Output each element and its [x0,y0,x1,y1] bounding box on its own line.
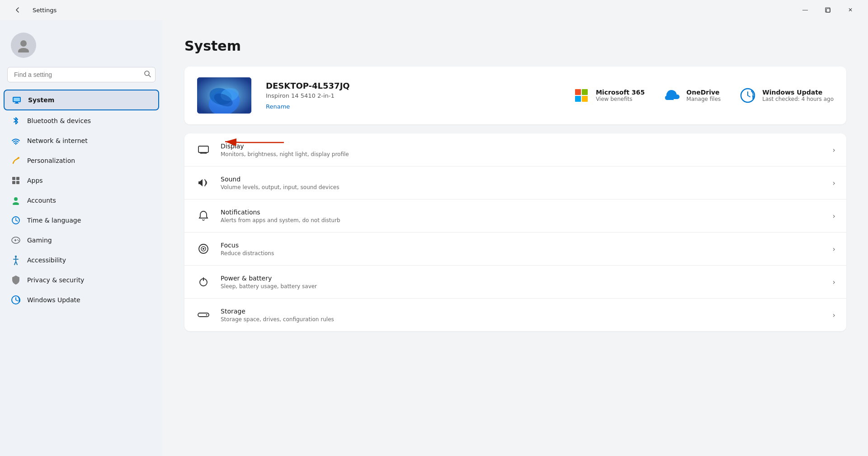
search-icon [144,70,151,79]
sidebar-label-personalization: Personalization [27,157,75,164]
power-chevron: › [833,278,835,286]
maximize-button[interactable] [817,3,838,17]
setting-row-sound[interactable]: Sound Volume levels, output, input, soun… [184,166,846,200]
notifications-chevron: › [833,212,835,220]
sidebar-label-system: System [28,96,54,104]
sidebar-label-time: Time & language [27,217,81,224]
setting-row-power[interactable]: Power & battery Sleep, battery usage, ba… [184,266,846,299]
display-desc: Monitors, brightness, night light, displ… [221,151,824,157]
settings-list: Display Monitors, brightness, night ligh… [184,133,846,331]
svg-line-5 [149,75,151,77]
sidebar-item-personalization[interactable]: Personalization [4,151,159,170]
action-microsoft365-sub: View benefits [596,96,645,102]
power-title: Power & battery [221,275,824,282]
sidebar-label-apps: Apps [27,177,43,184]
setting-row-display[interactable]: Display Monitors, brightness, night ligh… [184,133,846,166]
onedrive-icon [663,86,681,104]
svg-point-10 [15,144,16,145]
sidebar-item-time[interactable]: Time & language [4,211,159,230]
action-onedrive-sub: Manage files [686,96,721,102]
device-name: DESKTOP-4L537JQ [266,81,558,90]
personalization-icon [11,156,21,166]
search-box [7,67,156,82]
svg-line-30 [16,261,17,265]
storage-icon [195,307,212,323]
notifications-text: Notifications Alerts from apps and syste… [221,209,824,223]
sidebar-label-gaming: Gaming [27,237,52,244]
gaming-icon [11,235,21,245]
svg-point-17 [13,202,19,205]
svg-rect-8 [15,102,18,103]
bluetooth-icon [11,116,21,126]
privacy-icon [11,275,21,285]
svg-point-16 [14,197,18,201]
action-windows-update[interactable]: Windows Update Last checked: 4 hours ago [739,86,834,104]
svg-line-20 [16,220,18,221]
sound-desc: Volume levels, output, input, sound devi… [221,184,824,190]
storage-text: Storage Storage space, drives, configura… [221,308,824,323]
display-icon [195,142,212,158]
app-body: System Bluetooth & devices [0,20,868,456]
sidebar-item-apps[interactable]: Apps [4,171,159,190]
svg-rect-1 [826,9,830,12]
notifications-icon [195,208,212,224]
sound-text: Sound Volume levels, output, input, soun… [221,176,824,190]
sound-icon [195,175,212,191]
setting-row-focus[interactable]: Focus Reduce distractions › [184,233,846,266]
sidebar-item-accounts[interactable]: Accounts [4,191,159,210]
app-title: Settings [33,7,57,14]
storage-chevron: › [833,311,835,319]
setting-row-notifications[interactable]: Notifications Alerts from apps and syste… [184,200,846,233]
sidebar-item-privacy[interactable]: Privacy & security [4,271,159,290]
titlebar-left: Settings [7,3,57,17]
sidebar-item-network[interactable]: Network & internet [4,131,159,150]
sidebar-label-bluetooth: Bluetooth & devices [27,117,91,124]
sidebar-item-bluetooth[interactable]: Bluetooth & devices [4,111,159,130]
avatar [11,33,36,58]
svg-rect-13 [16,177,19,180]
action-microsoft365-text: Microsoft 365 View benefits [596,89,645,102]
close-button[interactable]: ✕ [840,3,861,17]
sidebar-label-network: Network & internet [27,137,88,144]
sidebar-label-accessibility: Accessibility [27,256,66,264]
avatar-section [4,27,159,67]
focus-desc: Reduce distractions [221,250,824,256]
microsoft365-icon [572,86,590,104]
main-content: System [163,20,868,456]
display-chevron: › [833,146,835,154]
storage-title: Storage [221,308,824,315]
sidebar-item-accessibility[interactable]: Accessibility [4,251,159,270]
action-onedrive[interactable]: OneDrive Manage files [663,86,721,104]
svg-rect-38 [198,146,208,152]
notifications-title: Notifications [221,209,824,216]
sidebar-label-windows-update: Windows Update [27,296,80,304]
focus-title: Focus [221,242,824,249]
setting-row-storage[interactable]: Storage Storage space, drives, configura… [184,299,846,331]
sidebar-label-privacy: Privacy & security [27,276,84,284]
search-input[interactable] [7,67,156,82]
focus-chevron: › [833,245,835,253]
action-onedrive-title: OneDrive [686,89,721,96]
sidebar-item-gaming[interactable]: Gaming [4,231,159,250]
nav-list: System Bluetooth & devices [4,90,159,310]
sidebar-item-system[interactable]: System [4,90,159,110]
back-button[interactable] [7,3,28,17]
action-onedrive-text: OneDrive Manage files [686,89,721,102]
action-microsoft365[interactable]: Microsoft 365 View benefits [572,86,645,104]
windows-update-action-icon [739,86,757,104]
rename-link[interactable]: Rename [266,103,290,110]
action-microsoft365-title: Microsoft 365 [596,89,645,96]
svg-point-49 [206,314,208,316]
svg-point-25 [18,240,19,241]
sound-chevron: › [833,179,835,187]
sidebar-item-windows-update[interactable]: Windows Update [4,290,159,309]
network-icon [11,136,21,146]
display-text: Display Monitors, brightness, night ligh… [221,142,824,157]
device-card: DESKTOP-4L537JQ Inspiron 14 5410 2-in-1 … [184,66,846,124]
time-icon [11,215,21,225]
accessibility-icon [11,255,21,265]
svg-point-3 [18,48,29,52]
minimize-button[interactable]: — [795,3,816,17]
sidebar-label-accounts: Accounts [27,197,56,204]
device-actions: Microsoft 365 View benefits OneDrive [572,86,834,104]
